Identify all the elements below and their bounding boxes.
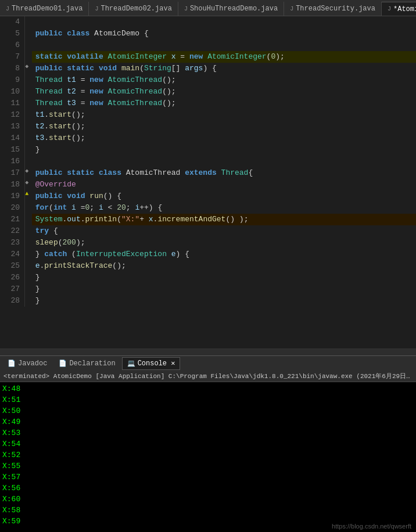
table-row: 18◆ @Override <box>0 179 416 190</box>
line-number: 20 <box>0 202 25 214</box>
table-row: 13 t2.start(); <box>0 121 416 132</box>
tab-ThreadDemo02[interactable]: J ThreadDemo02.java <box>89 2 178 16</box>
horizontal-scrollbar[interactable] <box>0 348 416 355</box>
line-indicator <box>25 28 32 39</box>
code-content[interactable]: static volatile AtomicInteger x = new At… <box>32 51 416 63</box>
tab-icon-5: J <box>388 6 391 12</box>
tab-icon-4: J <box>290 6 293 12</box>
tab-icon-2: J <box>95 6 98 12</box>
line-indicator <box>25 202 32 214</box>
line-indicator <box>25 109 32 121</box>
tab-javadoc[interactable]: 📄 Javadoc <box>2 357 52 370</box>
line-number: 8 <box>0 63 25 74</box>
code-content[interactable]: sleep(200); <box>32 237 416 249</box>
bottom-tab-bar: 📄 Javadoc 📄 Declaration 💻 Console ✕ <box>0 355 416 371</box>
table-row: 26 } <box>0 272 416 283</box>
tab-bar: J ThreadDemo01.java J ThreadDemo02.java … <box>0 0 416 16</box>
watermark: https://blog.csdn.net/qwserft <box>332 523 411 530</box>
code-content[interactable]: System.out.println("X:"+ x.incrementAndG… <box>32 214 416 225</box>
tab-declaration[interactable]: 📄 Declaration <box>53 357 120 370</box>
line-number: 6 <box>0 39 25 51</box>
bottom-panel: 📄 Javadoc 📄 Declaration 💻 Console ✕ <ter… <box>0 355 416 532</box>
code-content[interactable] <box>32 156 416 167</box>
code-content[interactable]: public class AtomicDemo { <box>32 28 416 39</box>
code-content[interactable]: for(int i =0; i < 20; i++) { <box>32 202 416 214</box>
line-indicator <box>25 121 32 132</box>
code-content[interactable]: try { <box>32 225 416 237</box>
line-indicator <box>25 16 32 28</box>
console-output[interactable]: X:48X:51X:50X:49X:53X:54X:52X:55X:57X:56… <box>0 382 416 532</box>
table-row: 10 Thread t2 = new AtomicThread(); <box>0 86 416 98</box>
table-row: 28 } <box>0 295 416 307</box>
table-row: 9 Thread t1 = new AtomicThread(); <box>0 74 416 86</box>
line-number: 21 <box>0 214 25 225</box>
line-indicator <box>25 51 32 63</box>
tab-icon-3: J <box>184 6 188 12</box>
code-content[interactable]: t3.start(); <box>32 132 416 144</box>
code-content[interactable]: t2.start(); <box>32 121 416 132</box>
code-content[interactable]: public static class AtomicThread extends… <box>32 167 416 179</box>
line-indicator: ◆ <box>25 179 32 190</box>
table-row: 27 } <box>0 283 416 295</box>
line-indicator <box>25 283 32 295</box>
code-content[interactable]: t1.start(); <box>32 109 416 121</box>
table-row: 8◆ public static void main(String[] args… <box>0 63 416 74</box>
code-content[interactable] <box>32 39 416 51</box>
line-number: 25 <box>0 260 25 272</box>
table-row: 23 sleep(200); <box>0 237 416 249</box>
code-content[interactable]: } <box>32 283 416 295</box>
javadoc-icon: 📄 <box>8 360 16 367</box>
console-line: X:54 <box>2 438 414 450</box>
line-number: 22 <box>0 225 25 237</box>
line-indicator: ◆ <box>25 63 32 74</box>
table-row: 16 <box>0 156 416 167</box>
line-indicator <box>25 295 32 307</box>
editor-area: 4 5public class AtomicDemo {6 7 static v… <box>0 16 416 348</box>
tab-ThreadSecurity[interactable]: J ThreadSecurity.java <box>284 2 382 16</box>
code-content[interactable]: e.printStackTrace(); <box>32 260 416 272</box>
tab-label-5: *AtomicDemo.java <box>393 5 416 13</box>
tab-console[interactable]: 💻 Console ✕ <box>122 357 181 370</box>
tab-AtomicDemo[interactable]: J *AtomicDemo.java <box>382 2 416 16</box>
console-line: X:57 <box>2 472 414 483</box>
line-indicator <box>25 144 32 156</box>
table-row: 21 System.out.println("X:"+ x.incrementA… <box>0 214 416 225</box>
javadoc-label: Javadoc <box>18 360 47 368</box>
code-content[interactable]: Thread t1 = new AtomicThread(); <box>32 74 416 86</box>
code-content[interactable]: public void run() { <box>32 190 416 202</box>
line-indicator <box>25 98 32 109</box>
code-content[interactable]: public static void main(String[] args) { <box>32 63 416 74</box>
code-content[interactable]: } <box>32 272 416 283</box>
line-number: 14 <box>0 132 25 144</box>
table-row: 12 t1.start(); <box>0 109 416 121</box>
code-content[interactable]: } <box>32 144 416 156</box>
line-number: 7 <box>0 51 25 63</box>
line-indicator <box>25 272 32 283</box>
declaration-icon: 📄 <box>59 360 67 367</box>
console-icon: 💻 <box>127 360 135 367</box>
table-row: 20 for(int i =0; i < 20; i++) { <box>0 202 416 214</box>
tab-ThreadDemo01[interactable]: J ThreadDemo01.java <box>0 2 89 16</box>
tab-ShouHuThread[interactable]: J ShouHuThreadDemo.java <box>178 2 284 16</box>
line-number: 17 <box>0 167 25 179</box>
line-indicator <box>25 225 32 237</box>
line-indicator <box>25 39 32 51</box>
table-row: 11 Thread t3 = new AtomicThread(); <box>0 98 416 109</box>
table-row: 24 } catch (InterruptedException e) { <box>0 249 416 260</box>
line-indicator: ◆ <box>25 167 32 179</box>
line-indicator <box>25 86 32 98</box>
console-line: X:55 <box>2 461 414 472</box>
code-content[interactable] <box>32 16 416 28</box>
console-label: Console ✕ <box>138 359 175 368</box>
line-number: 4 <box>0 16 25 28</box>
code-content[interactable]: Thread t2 = new AtomicThread(); <box>32 86 416 98</box>
table-row: 22 try { <box>0 225 416 237</box>
line-number: 19 <box>0 190 25 202</box>
table-row: 7 static volatile AtomicInteger x = new … <box>0 51 416 63</box>
code-content[interactable]: @Override <box>32 179 416 190</box>
line-number: 11 <box>0 98 25 109</box>
code-content[interactable]: } <box>32 295 416 307</box>
console-line: X:50 <box>2 405 414 416</box>
code-content[interactable]: } catch (InterruptedException e) { <box>32 249 416 260</box>
code-content[interactable]: Thread t3 = new AtomicThread(); <box>32 98 416 109</box>
